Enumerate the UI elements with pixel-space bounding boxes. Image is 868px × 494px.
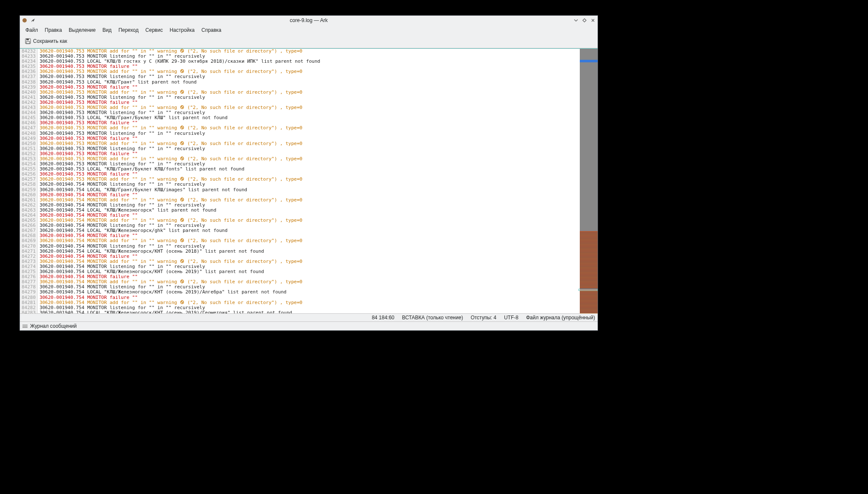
app-icon <box>22 17 28 23</box>
status-position[interactable]: 84 184:60 <box>372 315 394 321</box>
line-number: 84248 <box>22 131 36 136</box>
menu-edit[interactable]: Правка <box>42 26 65 34</box>
line-number: 84258 <box>22 182 36 187</box>
log-line: 30620-001940.754 LOCAL "КЛШ/Железногорск… <box>38 249 580 254</box>
window-title: core-9.log — Ark <box>20 17 598 23</box>
line-number: 84239 <box>22 85 36 90</box>
messages-button[interactable]: Журнал сообщений <box>30 323 77 329</box>
log-line: 30620-001940.754 MONITOR add for "" in "… <box>38 198 580 203</box>
app-window: core-9.log — Ark Файл Правка Выделение В… <box>19 15 598 331</box>
menubar: Файл Правка Выделение Вид Переход Сервис… <box>20 25 598 35</box>
line-number: 84283 <box>22 310 36 313</box>
log-line: 30620-001940.753 MONITOR failure "" <box>38 85 580 90</box>
line-number: 84281 <box>22 300 36 305</box>
code-view[interactable]: 30620-001940.753 MONITOR add for "" in "… <box>38 49 580 313</box>
minimize-button[interactable] <box>573 17 579 23</box>
log-line: 30620-001940.753 MONITOR listening for "… <box>38 131 580 136</box>
bottom-bar: Журнал сообщений <box>20 321 598 330</box>
log-line: 30620-001940.754 LOCAL "КЛШ/Железногорск… <box>38 310 580 313</box>
log-line: 30620-001940.753 LOCAL "КЛШ/Грант" list … <box>38 80 580 85</box>
maximize-button[interactable] <box>581 17 587 23</box>
line-number: 84247 <box>22 126 36 131</box>
line-gutter: 8423284233842348423584236842378423884239… <box>20 49 38 313</box>
svg-rect-3 <box>26 42 30 44</box>
menu-go[interactable]: Переход <box>115 26 142 34</box>
line-number: 84269 <box>22 238 36 243</box>
log-line: 30620-001940.754 MONITOR listening for "… <box>38 182 580 187</box>
menu-file[interactable]: Файл <box>22 26 41 34</box>
line-number: 84237 <box>22 74 36 79</box>
line-number: 84238 <box>22 80 36 85</box>
save-as-button[interactable]: Сохранить как <box>22 37 70 45</box>
menu-service[interactable]: Сервис <box>142 26 166 34</box>
log-line: 30620-001940.754 LOCAL "КЛШ/Грант/Буклет… <box>38 187 580 193</box>
pin-icon[interactable] <box>30 17 36 23</box>
close-button[interactable] <box>590 17 596 23</box>
line-number: 84249 <box>22 136 36 141</box>
log-line: 30620-001940.754 MONITOR add for "" in "… <box>38 300 580 305</box>
menu-selection[interactable]: Выделение <box>66 26 99 34</box>
log-line: 30620-001940.754 MONITOR listening for "… <box>38 244 580 249</box>
line-number: 84250 <box>22 141 36 146</box>
svg-point-0 <box>22 18 27 22</box>
line-number: 84279 <box>22 290 36 295</box>
line-number: 84260 <box>22 193 36 198</box>
menu-settings[interactable]: Настройка <box>167 26 198 34</box>
line-number: 84259 <box>22 187 36 193</box>
minimap[interactable] <box>580 49 598 313</box>
log-line: 30620-001940.754 MONITOR add for "" in "… <box>38 238 580 243</box>
menu-view[interactable]: Вид <box>100 26 115 34</box>
log-line: 30620-001940.754 MONITOR failure "" <box>38 193 580 198</box>
titlebar[interactable]: core-9.log — Ark <box>20 16 598 25</box>
minimap-viewport[interactable] <box>579 289 598 291</box>
line-number: 84282 <box>22 305 36 310</box>
log-line: 30620-001940.754 MONITOR failure "" <box>38 295 580 300</box>
line-number: 84271 <box>22 249 36 254</box>
save-icon <box>25 38 31 44</box>
log-line: 30620-001940.754 LOCAL "КЛШ/Железногорск… <box>38 290 580 295</box>
status-encoding[interactable]: UTF-8 <box>504 315 518 321</box>
hamburger-icon[interactable] <box>22 325 28 328</box>
toolbar: Сохранить как <box>20 35 598 48</box>
editor: 8423284233842348423584236842378423884239… <box>20 48 598 313</box>
status-filetype[interactable]: Файл журнала (упрощённый) <box>526 315 595 321</box>
line-number: 84270 <box>22 244 36 249</box>
log-line: 30620-001940.753 MONITOR add for "" in "… <box>38 126 580 131</box>
status-mode[interactable]: ВСТАВКА (только чтение) <box>402 315 463 321</box>
menu-help[interactable]: Справка <box>198 26 224 34</box>
log-line: 30620-001940.754 MONITOR listening for "… <box>38 305 580 310</box>
log-line: 30620-001940.753 MONITOR listening for "… <box>38 74 580 79</box>
log-line: 30620-001940.753 MONITOR add for "" in "… <box>38 141 580 146</box>
line-number: 84261 <box>22 198 36 203</box>
line-number: 84280 <box>22 295 36 300</box>
svg-rect-2 <box>26 39 29 40</box>
status-indent[interactable]: Отступы: 4 <box>470 315 496 321</box>
statusbar: 84 184:60 ВСТАВКА (только чтение) Отступ… <box>20 313 598 321</box>
log-line: 30620-001940.753 MONITOR failure "" <box>38 136 580 141</box>
save-as-label: Сохранить как <box>33 38 67 44</box>
